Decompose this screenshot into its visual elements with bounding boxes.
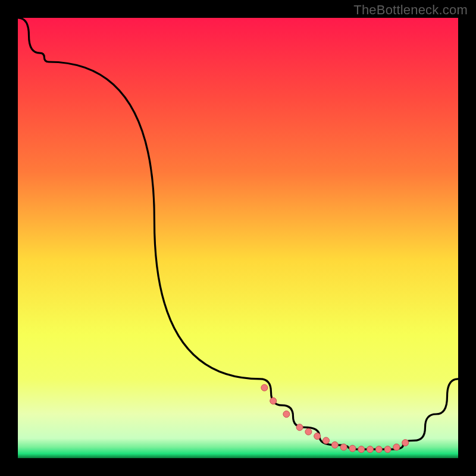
data-marker xyxy=(305,428,312,435)
data-marker xyxy=(402,440,409,446)
watermark-label: TheBottleneck.com xyxy=(353,2,468,18)
data-marker xyxy=(384,446,391,453)
data-marker xyxy=(296,424,303,431)
data-marker xyxy=(340,444,347,450)
plot-area xyxy=(18,18,458,458)
data-marker xyxy=(367,446,374,453)
data-marker xyxy=(323,437,330,444)
chart-svg xyxy=(18,18,458,458)
data-marker xyxy=(349,445,356,452)
data-marker xyxy=(261,384,268,391)
data-marker xyxy=(393,444,400,450)
gradient-bg xyxy=(18,18,458,458)
data-marker xyxy=(283,411,290,418)
data-marker xyxy=(331,441,338,448)
data-marker xyxy=(270,397,277,404)
data-marker xyxy=(375,446,382,453)
data-marker xyxy=(358,446,365,453)
chart-stage: TheBottleneck.com xyxy=(0,0,476,476)
data-marker xyxy=(314,433,321,440)
